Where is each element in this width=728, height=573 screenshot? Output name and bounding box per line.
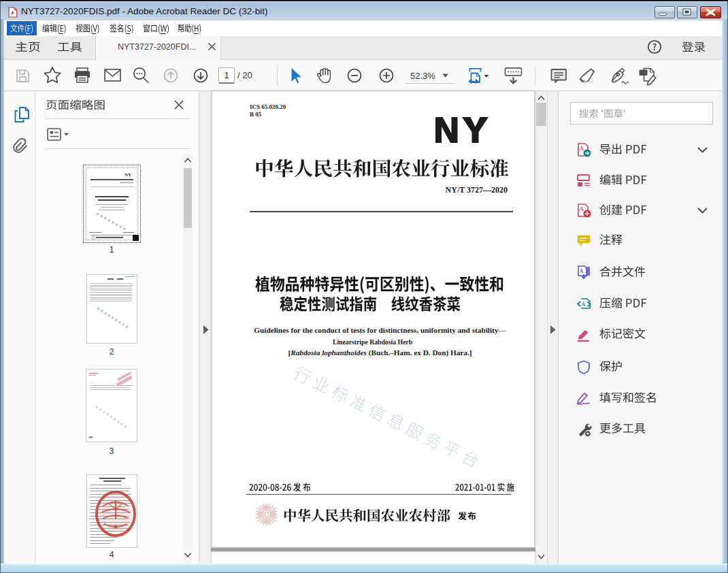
svg-text:NY: NY [125,172,131,178]
svg-text:A: A [580,268,584,274]
svg-text:A: A [580,206,584,212]
svg-text:A: A [580,145,584,152]
svg-text:A: A [582,301,586,308]
